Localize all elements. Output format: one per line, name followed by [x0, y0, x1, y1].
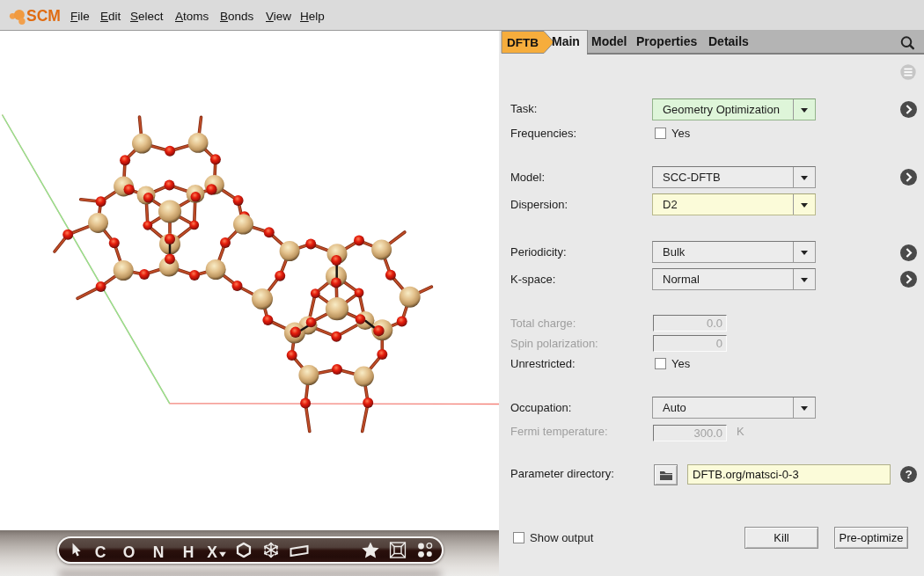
svg-text:DFTB: DFTB [507, 36, 539, 49]
svg-text:?: ? [905, 468, 912, 481]
